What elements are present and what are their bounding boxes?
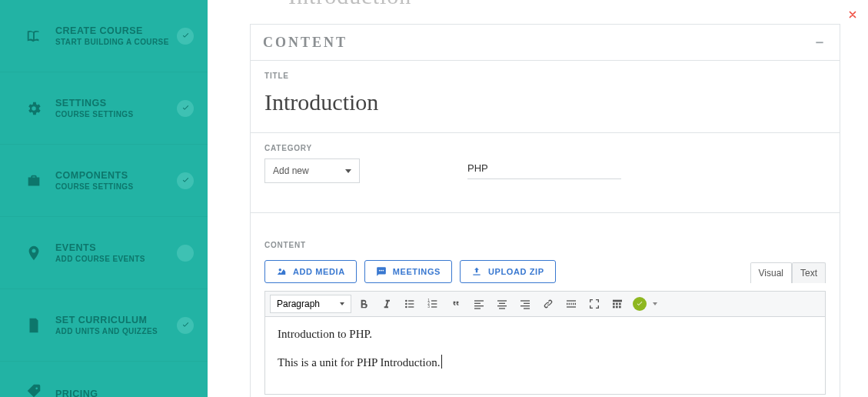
close-button[interactable]: [845, 7, 860, 22]
svg-rect-17: [497, 300, 507, 301]
toolbar-toggle-button[interactable]: [607, 294, 628, 314]
sidebar-item-events[interactable]: EVENTS ADD COURSE EVENTS: [0, 217, 208, 289]
svg-point-1: [405, 300, 407, 302]
tab-text[interactable]: Text: [792, 262, 826, 283]
btn-label: MEETINGS: [393, 267, 441, 276]
svg-rect-20: [499, 308, 505, 309]
sidebar-item-components[interactable]: COMPONENTS COURSE SETTINGS: [0, 145, 208, 217]
insert-more-button[interactable]: [560, 294, 582, 314]
bold-button[interactable]: [353, 294, 374, 314]
content-section: CONTENT ADD MEDIA MEETINGS: [251, 230, 840, 397]
check-badge: [177, 317, 194, 334]
svg-rect-33: [616, 306, 618, 309]
collapse-button[interactable]: [812, 35, 827, 50]
add-media-button[interactable]: ADD MEDIA: [264, 260, 357, 283]
svg-rect-6: [408, 306, 414, 307]
content-panel: CONTENT TITLE CATEGORY Add new PHP CONTE…: [250, 24, 840, 397]
title-label: TITLE: [264, 72, 826, 80]
chevron-down-icon: [340, 302, 344, 305]
svg-rect-4: [408, 303, 414, 304]
editor-body[interactable]: Introduction to PHP. This is a unit for …: [264, 317, 826, 395]
svg-rect-29: [613, 303, 615, 305]
editor-toolbar: Paragraph 123: [264, 291, 826, 317]
svg-rect-25: [567, 300, 576, 301]
document-icon: [22, 317, 46, 334]
svg-rect-14: [474, 303, 481, 304]
chevron-down-icon[interactable]: [653, 302, 657, 305]
svg-rect-15: [474, 305, 484, 306]
sidebar-sub: ADD UNITS AND QUIZZES: [55, 327, 177, 335]
format-select[interactable]: Paragraph: [270, 295, 351, 313]
svg-rect-13: [474, 300, 484, 301]
svg-rect-30: [616, 303, 618, 305]
editor-paragraph: Introduction to PHP.: [278, 328, 813, 341]
svg-rect-19: [497, 305, 507, 306]
sidebar-title: CREATE COURSE: [55, 25, 177, 36]
svg-rect-34: [619, 306, 621, 309]
title-section: TITLE: [251, 61, 840, 133]
sidebar-title: SET CURRICULUM: [55, 315, 177, 325]
bullet-list-button[interactable]: [399, 294, 421, 314]
sidebar-title: PRICING: [55, 389, 194, 397]
fullscreen-button[interactable]: [584, 294, 605, 314]
main-content: Introduction CONTENT TITLE CATEGORY Add …: [250, 0, 842, 397]
svg-rect-8: [431, 300, 437, 301]
upload-zip-button[interactable]: UPLOAD ZIP: [460, 260, 556, 283]
media-icon: [276, 266, 287, 277]
sidebar-sub: COURSE SETTINGS: [55, 182, 177, 191]
align-center-button[interactable]: [491, 294, 513, 314]
title-input[interactable]: [264, 86, 826, 118]
svg-rect-23: [520, 305, 530, 306]
sidebar-sub: COURSE SETTINGS: [55, 110, 177, 118]
svg-rect-10: [431, 303, 437, 304]
sidebar-title: EVENTS: [55, 242, 177, 253]
numbered-list-button[interactable]: 123: [422, 294, 444, 314]
category-select-value: Add new: [273, 165, 309, 176]
svg-rect-32: [613, 306, 615, 309]
svg-rect-0: [816, 42, 823, 43]
gear-icon: [22, 100, 46, 117]
sidebar-item-create-course[interactable]: CREATE COURSE START BUILDING A COURSE: [0, 0, 208, 72]
check-badge: [177, 100, 194, 117]
svg-rect-27: [567, 306, 576, 307]
category-label: CATEGORY: [264, 144, 826, 152]
svg-rect-2: [408, 300, 414, 301]
briefcase-icon: [22, 172, 46, 189]
check-circle-icon[interactable]: [633, 297, 647, 311]
align-right-button[interactable]: [514, 294, 536, 314]
align-left-button[interactable]: [468, 294, 490, 314]
panel-title: CONTENT: [263, 35, 812, 51]
sidebar: CREATE COURSE START BUILDING A COURSE SE…: [0, 0, 208, 397]
panel-header: CONTENT: [251, 25, 840, 61]
btn-label: UPLOAD ZIP: [488, 267, 544, 276]
background-heading: Introduction: [288, 0, 411, 9]
blockquote-button[interactable]: [445, 294, 467, 314]
editor-paragraph: This is a unit for PHP Introduction.: [278, 355, 813, 369]
category-value[interactable]: PHP: [467, 162, 621, 179]
link-button[interactable]: [537, 294, 559, 314]
editor-tabs: Visual Text: [750, 262, 826, 283]
svg-point-5: [405, 306, 407, 309]
svg-rect-12: [431, 306, 437, 307]
tab-visual[interactable]: Visual: [750, 262, 792, 283]
italic-button[interactable]: [376, 294, 397, 314]
meetings-button[interactable]: MEETINGS: [364, 260, 452, 283]
svg-text:3: 3: [427, 305, 430, 309]
svg-rect-28: [613, 300, 622, 302]
book-icon: [22, 28, 46, 45]
pin-icon: [22, 245, 46, 262]
format-select-value: Paragraph: [277, 299, 320, 309]
upload-icon: [471, 266, 482, 277]
svg-rect-22: [524, 303, 530, 304]
svg-rect-21: [520, 300, 530, 301]
svg-rect-18: [499, 303, 505, 304]
check-badge: [177, 28, 194, 45]
svg-point-3: [405, 303, 407, 305]
category-section: CATEGORY Add new PHP: [251, 133, 840, 213]
sidebar-item-settings[interactable]: SETTINGS COURSE SETTINGS: [0, 72, 208, 145]
sidebar-item-pricing[interactable]: PRICING: [0, 362, 208, 397]
sidebar-item-set-curriculum[interactable]: SET CURRICULUM ADD UNITS AND QUIZZES: [0, 289, 208, 362]
content-label: CONTENT: [264, 241, 826, 249]
dot-badge: [177, 245, 194, 262]
category-select[interactable]: Add new: [264, 158, 360, 183]
